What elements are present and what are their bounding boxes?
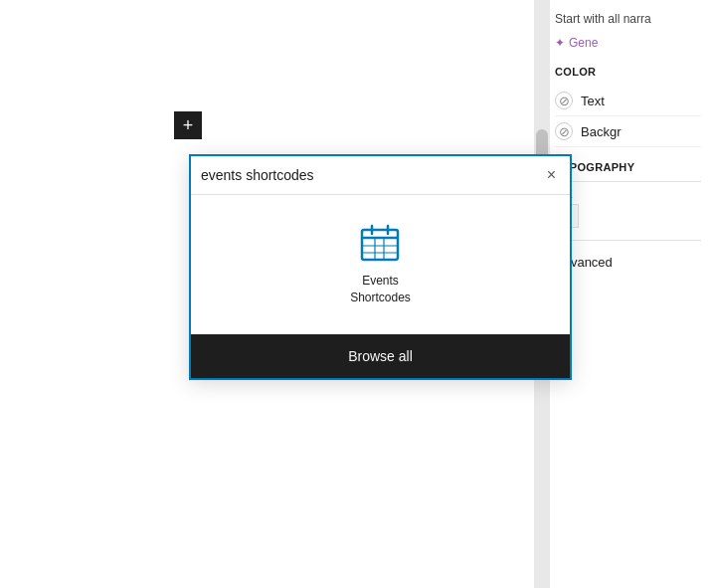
search-input[interactable] — [201, 167, 543, 183]
divider — [555, 181, 701, 182]
slash-icon-bg: ⊘ — [559, 125, 570, 138]
calendar-icon — [359, 223, 401, 265]
text-color-label: Text — [581, 94, 605, 108]
typography-divider — [555, 240, 701, 241]
plus-icon: + — [183, 116, 194, 134]
add-block-button[interactable]: + — [174, 111, 202, 139]
search-results-area: Events Shortcodes — [191, 195, 570, 324]
search-input-row: × — [191, 156, 570, 195]
slash-icon: ⊘ — [559, 95, 570, 107]
size-label: IZE — [555, 188, 701, 200]
block-search-popup: × Events Shortcodes Browse — [189, 154, 572, 380]
bg-color-swatch: ⊘ — [555, 122, 573, 140]
sparkle-icon: ✦ — [555, 36, 565, 50]
result-item-label: Events Shortcodes — [350, 273, 411, 306]
color-background-row[interactable]: ⊘ Backgr — [555, 116, 701, 147]
background-color-label: Backgr — [581, 124, 621, 139]
color-section-title: Color — [555, 66, 701, 78]
close-icon: × — [547, 166, 556, 184]
clear-search-button[interactable]: × — [543, 164, 560, 186]
size-options-row: S — [555, 204, 701, 228]
svg-rect-0 — [362, 230, 398, 260]
text-color-swatch: ⊘ — [555, 92, 573, 109]
generate-button[interactable]: ✦ Gene — [555, 36, 701, 50]
typography-section: Typography IZE S — [555, 161, 701, 241]
browse-all-button[interactable]: Browse all — [191, 334, 570, 378]
sidebar-intro-text: Start with all narra — [555, 10, 701, 28]
result-item-events-shortcodes[interactable]: Events Shortcodes — [334, 215, 427, 314]
typography-section-title: Typography — [555, 161, 701, 173]
advanced-section[interactable]: Advanced — [555, 255, 701, 270]
color-text-row[interactable]: ⊘ Text — [555, 86, 701, 116]
